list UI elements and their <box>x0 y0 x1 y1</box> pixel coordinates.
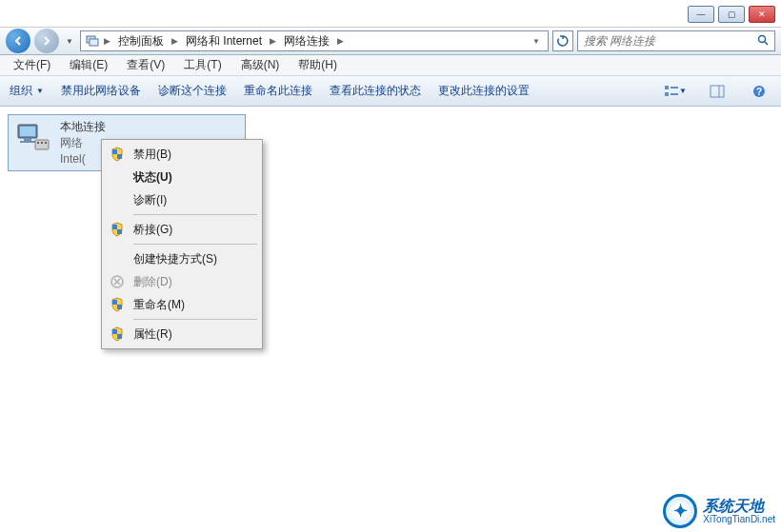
svg-rect-1 <box>90 39 98 46</box>
breadcrumb-sep: ▶ <box>171 36 178 46</box>
toolbar-organize[interactable]: 组织 ▼ <box>10 83 44 99</box>
address-dropdown[interactable]: ▼ <box>529 37 544 46</box>
breadcrumb-item[interactable]: 控制面板 <box>114 33 168 49</box>
context-menu-item[interactable]: 属性(R) <box>105 323 259 345</box>
refresh-icon <box>556 34 570 48</box>
context-menu-separator <box>133 244 257 245</box>
context-menu-item[interactable]: 状态(U) <box>105 166 259 188</box>
svg-rect-5 <box>671 87 678 89</box>
menu-view[interactable]: 查看(V) <box>121 55 170 75</box>
svg-rect-7 <box>671 93 678 95</box>
ethernet-icon <box>14 119 52 157</box>
context-menu-label: 状态(U) <box>133 169 172 186</box>
svg-rect-13 <box>20 127 35 136</box>
menu-edit[interactable]: 编辑(E) <box>64 55 113 75</box>
connection-adapter: Intel( <box>60 151 106 167</box>
toolbar-diagnose[interactable]: 诊断这个连接 <box>158 83 227 99</box>
svg-rect-30 <box>117 334 122 339</box>
search-box[interactable] <box>577 30 775 51</box>
menu-file[interactable]: 文件(F) <box>8 55 56 75</box>
preview-pane-button[interactable] <box>705 81 730 102</box>
minimize-button[interactable]: — <box>688 6 714 23</box>
svg-rect-6 <box>665 92 669 96</box>
svg-rect-28 <box>117 305 122 309</box>
context-menu-separator <box>133 214 257 215</box>
search-icon <box>757 34 769 49</box>
context-menu-item[interactable]: 禁用(B) <box>105 143 259 166</box>
toolbar-change-settings[interactable]: 更改此连接的设置 <box>438 83 530 99</box>
breadcrumb-item[interactable]: 网络和 Internet <box>182 33 266 49</box>
toolbar-disable-device[interactable]: 禁用此网络设备 <box>61 83 141 99</box>
svg-rect-14 <box>24 138 31 141</box>
shield-icon <box>109 146 126 163</box>
chevron-down-icon: ▼ <box>36 87 44 95</box>
history-dropdown[interactable]: ▼ <box>63 31 76 50</box>
context-menu-separator <box>133 319 257 320</box>
context-menu-label: 桥接(G) <box>133 222 172 238</box>
svg-rect-22 <box>112 225 117 229</box>
toolbar-organize-label: 组织 <box>10 83 32 99</box>
breadcrumb-sep: ▶ <box>337 36 344 46</box>
connection-title: 本地连接 <box>60 119 106 135</box>
svg-rect-21 <box>117 154 122 159</box>
chevron-down-icon: ▼ <box>679 87 687 95</box>
breadcrumb-item[interactable]: 网络连接 <box>280 33 333 49</box>
context-menu-item[interactable]: 诊断(I) <box>105 188 259 211</box>
breadcrumb-sep: ▶ <box>104 36 110 46</box>
toolbar-view-status[interactable]: 查看此连接的状态 <box>330 83 421 99</box>
view-options-button[interactable]: ▼ <box>663 81 688 102</box>
connection-status: 网络 <box>60 135 106 151</box>
window-controls: — ▢ ✕ <box>688 6 775 23</box>
context-menu-item[interactable]: 创建快捷方式(S) <box>105 247 259 270</box>
forward-button[interactable] <box>34 29 59 53</box>
context-menu-label: 诊断(I) <box>133 192 167 208</box>
menu-bar: 文件(F) 编辑(E) 查看(V) 工具(T) 高级(N) 帮助(H) <box>0 55 781 76</box>
watermark: ✦ 系统天地 XiTongTianDi.net <box>663 494 775 528</box>
blank-icon <box>109 250 126 267</box>
svg-rect-23 <box>117 229 122 234</box>
toolbar: 组织 ▼ 禁用此网络设备 诊断这个连接 重命名此连接 查看此连接的状态 更改此连… <box>0 76 781 107</box>
shield-icon <box>109 221 126 238</box>
shield-icon <box>109 325 126 343</box>
context-menu-item[interactable]: 重命名(M) <box>105 293 259 316</box>
refresh-button[interactable] <box>552 30 573 51</box>
address-bar[interactable]: ▶ 控制面板 ▶ 网络和 Internet ▶ 网络连接 ▶ ▼ <box>80 30 549 51</box>
back-button[interactable] <box>6 29 30 53</box>
watermark-logo-icon: ✦ <box>663 494 697 528</box>
toolbar-rename[interactable]: 重命名此连接 <box>244 83 312 99</box>
context-menu-label: 创建快捷方式(S) <box>133 251 217 267</box>
context-menu-label: 删除(D) <box>133 274 172 290</box>
svg-rect-19 <box>45 142 47 144</box>
svg-rect-17 <box>37 142 39 144</box>
search-input[interactable] <box>584 34 757 48</box>
svg-point-2 <box>759 35 766 42</box>
menu-help[interactable]: 帮助(H) <box>292 55 343 75</box>
close-button[interactable]: ✕ <box>749 6 775 23</box>
menu-tools[interactable]: 工具(T) <box>178 55 227 75</box>
context-menu-label: 属性(R) <box>133 326 172 343</box>
svg-rect-15 <box>20 141 35 143</box>
pane-icon <box>710 85 725 98</box>
svg-text:?: ? <box>756 87 762 97</box>
shield-icon <box>109 296 126 313</box>
delete-icon <box>109 273 126 290</box>
context-menu-item: 删除(D) <box>105 270 259 293</box>
context-menu-item[interactable]: 桥接(G) <box>105 218 259 241</box>
watermark-title: 系统天地 <box>703 498 775 515</box>
maximize-button[interactable]: ▢ <box>718 6 745 23</box>
svg-rect-8 <box>711 86 724 97</box>
view-icon <box>664 85 679 98</box>
svg-rect-18 <box>41 142 43 144</box>
context-menu-label: 重命名(M) <box>133 297 185 313</box>
context-menu: 禁用(B)状态(U)诊断(I)桥接(G)创建快捷方式(S)删除(D)重命名(M)… <box>101 139 263 349</box>
navigation-bar: ▼ ▶ 控制面板 ▶ 网络和 Internet ▶ 网络连接 ▶ ▼ <box>0 27 781 55</box>
svg-rect-29 <box>112 329 117 334</box>
help-icon: ? <box>752 85 766 98</box>
network-folder-icon <box>85 33 100 49</box>
svg-line-3 <box>765 42 768 45</box>
menu-advanced[interactable]: 高级(N) <box>235 55 286 75</box>
breadcrumb-sep: ▶ <box>270 36 276 46</box>
help-button[interactable]: ? <box>747 81 771 102</box>
arrow-right-icon <box>41 35 52 47</box>
svg-rect-16 <box>35 140 49 149</box>
